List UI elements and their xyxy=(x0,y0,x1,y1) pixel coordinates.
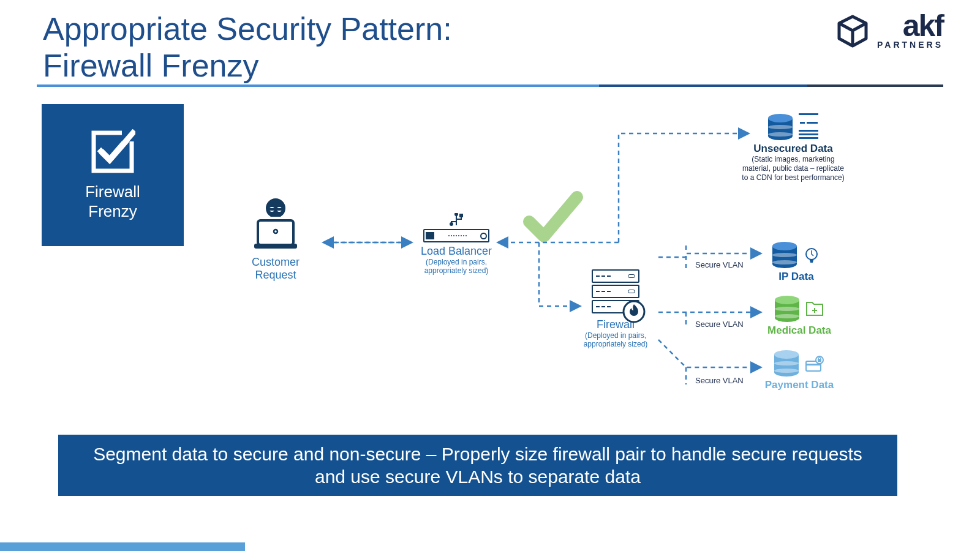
database-icon xyxy=(775,296,799,323)
usb-icon xyxy=(448,213,465,227)
vlan-label-1: Secure VLAN xyxy=(695,260,744,269)
loadbalancer-icon xyxy=(423,229,489,242)
unsecured-node: Unsecured Data (Static images, marketing… xyxy=(741,113,845,182)
customer-node: Customer Request xyxy=(239,196,312,282)
flame-icon xyxy=(622,300,646,323)
unsecured-note: (Static images, marketing material, publ… xyxy=(741,155,845,182)
slide-title: Appropriate Security Pattern: Firewall F… xyxy=(43,11,452,84)
lightbulb-icon xyxy=(803,247,820,264)
footer-banner: Segment data to secure and non-secure – … xyxy=(58,435,897,496)
lb-label: Load Balancer xyxy=(417,245,496,258)
lb-sub: (Deployed in pairs, appropriately sized) xyxy=(417,258,496,276)
payment-node: Payment Data xyxy=(750,350,848,391)
person-laptop-icon xyxy=(248,196,303,251)
ip-label: IP Data xyxy=(756,271,836,283)
svg-point-10 xyxy=(450,223,453,225)
medical-node: Medical Data xyxy=(753,296,845,337)
svg-rect-4 xyxy=(268,208,284,211)
green-check-icon xyxy=(517,186,584,253)
svg-rect-9 xyxy=(460,214,462,217)
firewall-sub: (Deployed in pairs, appropriately sized) xyxy=(576,331,655,349)
badge-firewall-frenzy: Firewall Frenzy xyxy=(42,104,184,246)
loadbalancer-node: Load Balancer (Deployed in pairs, approp… xyxy=(417,213,496,276)
vlan-label-3: Secure VLAN xyxy=(695,376,744,385)
payment-label: Payment Data xyxy=(750,379,848,391)
database-icon xyxy=(772,242,797,269)
vlan-label-2: Secure VLAN xyxy=(695,320,744,329)
bottom-stripe xyxy=(0,542,245,551)
title-line1: Appropriate Security Pattern: xyxy=(43,11,452,47)
logo-brand: akf xyxy=(903,12,943,40)
database-icon xyxy=(774,350,799,377)
checkbox-icon xyxy=(90,129,135,174)
ip-node: IP Data xyxy=(756,242,836,283)
logo: akf PARTNERS xyxy=(835,12,943,50)
unsecured-title: Unsecured Data xyxy=(741,143,845,155)
firewall-node: Firewall (Deployed in pairs, appropriate… xyxy=(576,269,655,349)
card-lock-icon xyxy=(805,355,824,372)
logo-sub: PARTNERS xyxy=(877,40,943,50)
badge-label: Firewall Frenzy xyxy=(85,182,140,222)
svg-point-8 xyxy=(455,213,458,216)
cube-icon xyxy=(835,14,870,48)
title-rule xyxy=(37,84,943,87)
medical-label: Medical Data xyxy=(753,324,845,337)
svg-point-6 xyxy=(274,230,277,233)
database-icon xyxy=(768,114,793,141)
svg-rect-7 xyxy=(254,244,297,249)
svg-rect-16 xyxy=(818,359,821,362)
title-line2: Firewall Frenzy xyxy=(43,48,259,83)
list-icon xyxy=(799,113,818,141)
folder-plus-icon xyxy=(805,301,824,318)
customer-label: Customer Request xyxy=(239,256,312,282)
